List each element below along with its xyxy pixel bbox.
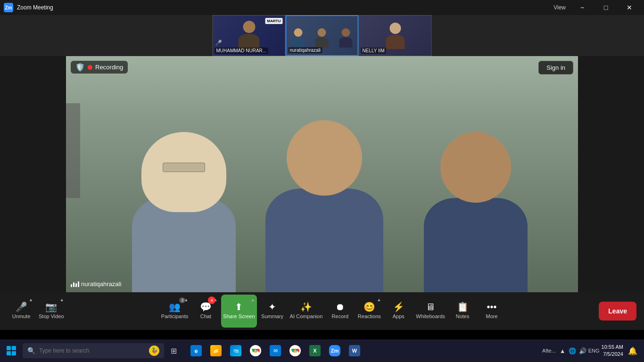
thumb3-body bbox=[386, 35, 405, 49]
win-tile-1 bbox=[7, 346, 11, 350]
taskbar-search[interactable]: 🔍 🦆 bbox=[23, 343, 164, 358]
taskbar-edge-icon[interactable]: e bbox=[187, 339, 206, 362]
taskbar-chrome-1-icon[interactable] bbox=[246, 339, 265, 362]
person2-face bbox=[287, 120, 362, 196]
participants-button[interactable]: ▲ 👥 3 Participants bbox=[159, 295, 190, 328]
taskbar-explorer-icon[interactable]: 📁 bbox=[206, 339, 225, 362]
zoom-taskbar-icon: Zm bbox=[329, 345, 340, 356]
taskbar-word-icon[interactable]: W bbox=[345, 339, 364, 362]
taskbar-time: 10:55 AM 7/5/2024 bbox=[602, 344, 623, 358]
video-people bbox=[66, 56, 578, 292]
ai-companion-label: AI Companion bbox=[290, 313, 323, 320]
person3-body bbox=[424, 198, 528, 292]
person1-glasses bbox=[163, 163, 205, 172]
thumb1-name: MUHAMMAD NURAR... bbox=[215, 48, 268, 54]
chat-button[interactable]: ▲ 💬 4 Chat bbox=[192, 295, 219, 328]
toolbar-center-group: ▲ 👥 3 Participants ▲ 💬 4 Chat ▲ ⬆ Share … bbox=[159, 295, 505, 328]
ai-companion-icon: ✨ bbox=[300, 302, 312, 312]
speaker-icon[interactable]: 🔊 bbox=[579, 347, 586, 354]
notes-label: Notes bbox=[456, 313, 470, 320]
more-button[interactable]: ••• More bbox=[478, 295, 505, 328]
chrome-svg bbox=[251, 346, 260, 355]
participants-count: 3 bbox=[179, 297, 185, 303]
titlebar-left: Zm Zoom Meeting bbox=[4, 3, 53, 12]
ai-companion-button[interactable]: ✨ AI Companion bbox=[288, 295, 325, 328]
share-screen-label: Share Screen bbox=[223, 313, 255, 320]
chrome-svg-2 bbox=[291, 346, 299, 355]
search-input[interactable] bbox=[39, 347, 145, 354]
maximize-button[interactable]: □ bbox=[595, 0, 617, 15]
bar3 bbox=[75, 283, 77, 287]
date-display: 7/5/2024 bbox=[602, 351, 623, 358]
task-view-button[interactable]: ⊞ bbox=[164, 339, 183, 362]
leave-button[interactable]: Leave bbox=[599, 302, 636, 321]
start-button[interactable] bbox=[0, 339, 23, 362]
signin-button[interactable]: Sign in bbox=[538, 61, 573, 74]
apps-icon: ⚡ bbox=[393, 302, 405, 312]
thumb2-person2 bbox=[315, 28, 329, 48]
notes-icon: 📋 bbox=[457, 302, 469, 312]
apps-button[interactable]: ⚡ Apps bbox=[385, 295, 412, 328]
up-arrow-icon[interactable]: ▲ bbox=[560, 347, 566, 354]
taskbar-chrome-2-icon[interactable] bbox=[286, 339, 305, 362]
thumb2-person1 bbox=[292, 28, 305, 48]
system-icons: ▲ 🌐 🔊 bbox=[560, 347, 586, 354]
person2-body bbox=[265, 189, 383, 292]
task-view-icon: ⊞ bbox=[171, 346, 177, 355]
mic-muted-icon: 🎤 bbox=[16, 302, 27, 312]
share-screen-icon: ⬆ bbox=[235, 302, 243, 312]
record-label: Record bbox=[332, 313, 348, 320]
thumbnail-strip: MARTU 🎤 MUHAMMAD NURAR... bbox=[213, 15, 432, 56]
taskbar-zoom-icon[interactable]: Zm bbox=[325, 339, 344, 362]
share-chevron: ▲ bbox=[251, 297, 255, 302]
chat-badge: 4 bbox=[208, 296, 215, 304]
minimize-button[interactable]: − bbox=[571, 0, 593, 15]
win-tile-3 bbox=[7, 351, 11, 355]
toolbar-left-group: ▲ 🎤 Unmute ▲ 📷 Stop Video bbox=[8, 295, 66, 328]
thumbnail-participant-2[interactable]: nuratiqahrazali bbox=[286, 15, 359, 56]
record-icon: ⏺ bbox=[335, 302, 345, 312]
p3-head bbox=[341, 28, 350, 37]
summary-label: Summary bbox=[261, 313, 283, 320]
titlebar-title: Zoom Meeting bbox=[17, 4, 53, 11]
whiteboards-button[interactable]: 🖥 Whiteboards bbox=[414, 295, 447, 328]
close-button[interactable]: ✕ bbox=[619, 0, 640, 15]
summary-icon: ✦ bbox=[268, 302, 276, 312]
mic-muted-icon-1: 🎤 bbox=[215, 40, 222, 46]
thumb3-content: NELLY IIM bbox=[359, 16, 431, 56]
stop-video-button[interactable]: ▲ 📷 Stop Video bbox=[37, 295, 66, 328]
summary-button[interactable]: ✦ Summary bbox=[259, 295, 286, 328]
toolbar: ▲ 🎤 Unmute ▲ 📷 Stop Video ▲ 👥 3 Particip… bbox=[0, 292, 644, 330]
edge-icon: e bbox=[190, 345, 202, 356]
network-icon: 🌐 bbox=[569, 347, 576, 354]
main-video: 🛡️ Recording Sign in bbox=[66, 56, 578, 292]
share-screen-button[interactable]: ▲ ⬆ Share Screen bbox=[221, 295, 256, 328]
right-panel bbox=[578, 56, 644, 292]
file-explorer-icon: 📁 bbox=[210, 345, 222, 356]
view-button[interactable]: View bbox=[553, 4, 566, 11]
taskbar-outlook-icon[interactable]: ✉ bbox=[266, 339, 285, 362]
reactions-button[interactable]: ▲ 😊 Reactions bbox=[355, 295, 383, 328]
person1-face bbox=[151, 137, 217, 203]
person-2 bbox=[235, 91, 414, 292]
notes-button[interactable]: 📋 Notes bbox=[449, 295, 476, 328]
wall-decoration bbox=[66, 103, 80, 197]
bar4 bbox=[78, 281, 79, 287]
thumbnail-participant-1[interactable]: MARTU 🎤 MUHAMMAD NURAR... bbox=[213, 15, 286, 56]
reactions-icon: 😊 bbox=[363, 302, 375, 312]
thumb3-head bbox=[389, 23, 401, 34]
titlebar-controls: View − □ ✕ bbox=[553, 0, 640, 15]
notification-button[interactable]: 🔔 bbox=[625, 343, 640, 358]
thumbnail-participant-3[interactable]: NELLY IIM bbox=[359, 15, 432, 56]
taskbar-excel-icon[interactable]: X bbox=[305, 339, 324, 362]
bar2 bbox=[73, 282, 74, 287]
reactions-label: Reactions bbox=[358, 313, 381, 320]
outlook-icon: ✉ bbox=[270, 345, 281, 356]
unmute-button[interactable]: ▲ 🎤 Unmute bbox=[8, 295, 35, 328]
excel-icon: X bbox=[309, 345, 321, 356]
taskbar-store-icon[interactable]: 🛍 bbox=[226, 339, 245, 362]
record-button[interactable]: ⏺ Record bbox=[326, 295, 354, 328]
chrome-icon-1 bbox=[250, 345, 261, 356]
chrome-icon-2 bbox=[289, 345, 301, 356]
recording-dot bbox=[88, 65, 92, 70]
